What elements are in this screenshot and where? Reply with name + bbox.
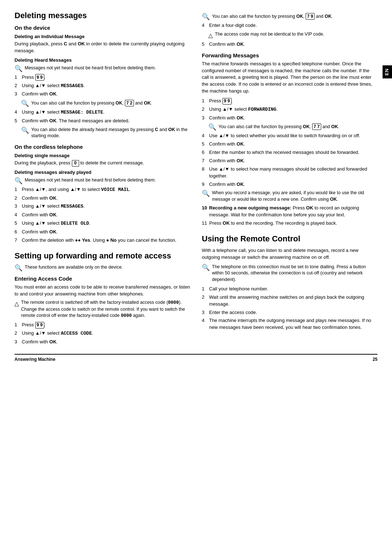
access-code-steps: 1Press 9 9. 2Using ▲/▼ select ACCESS COD… <box>15 322 190 346</box>
key-99-fwd: 9 9 <box>222 98 232 105</box>
step-item: 5Confirm with OK. <box>202 141 377 148</box>
footer-left: Answering Machine <box>15 357 56 362</box>
step-item: 11Press OK to end the recording. The rec… <box>202 220 377 227</box>
step-item: 1Press 9 9. <box>15 74 190 81</box>
step-item: 2Using ▲/▼ select MESSAGES. <box>15 82 190 90</box>
deleting-heard-title: Deleting Heard Messages <box>15 57 190 63</box>
already-note-text: Messages not yet heard must be heard fir… <box>25 177 156 184</box>
forwarding-messages-title: Forwarding Messages <box>202 52 377 58</box>
step-item: 3Confirm with OK. <box>15 339 190 346</box>
footer: Answering Machine 25 <box>15 354 377 362</box>
en-tab: EN <box>383 65 392 78</box>
footer-right: 25 <box>373 357 377 362</box>
forwarding-body: The machine forwards messages to a speci… <box>202 61 377 95</box>
step-item: 2Using ▲/▼ select ACCESS CODE. <box>15 330 190 337</box>
note-77-box: 🔍 You can also call the function by pres… <box>208 123 377 130</box>
step-item: 6Confirm with OK. <box>15 229 190 236</box>
key-72: 7 2 <box>125 100 134 106</box>
step-item: 1Press 9 9. <box>15 322 190 328</box>
access-code-steps-cont: 4Enter a four-digit code. <box>202 22 377 29</box>
step-item: 6Enter the number to which the received … <box>202 149 377 156</box>
warn-vip-box: △ The access code may not be identical t… <box>208 31 377 39</box>
deleting-messages-title: Deleting messages <box>15 11 190 20</box>
already-steps-list: 1Press ▲/▼, and using ▲/▼ to select VOIC… <box>15 186 190 244</box>
note-record-box: 🔍 When you record a message, you are ask… <box>202 190 377 203</box>
forwarding-available-text: These functions are available only on th… <box>25 264 123 271</box>
note-72-box: 🔍 You can also call the function by pres… <box>21 100 190 107</box>
on-device-title: On the device <box>15 25 190 31</box>
step-item: 4Using ▲/▼ select MESSAGE: DELETE. <box>15 109 190 116</box>
step-item: 2Confirm with OK. <box>15 195 190 202</box>
step-item: 3Using ▲/▼ select MESSAGES. <box>15 203 190 210</box>
warn-icon-vip: △ <box>208 32 213 39</box>
note-icon-72: 🔍 <box>21 100 29 107</box>
step-item: 7Confirm with OK. <box>202 158 377 164</box>
left-column: Deleting messages On the device Deleting… <box>15 11 190 347</box>
right-column: 🔍 You can also call the function by pres… <box>202 11 377 347</box>
step-item: 1Press ▲/▼, and using ▲/▼ to select VOIC… <box>15 186 190 193</box>
deleting-single-body: During the playback, press 0 to delete t… <box>15 160 190 167</box>
page: EN Deleting messages On the device Delet… <box>0 0 392 555</box>
tone-dialling-text: The telephone on this connection must be… <box>212 264 377 283</box>
step-item: 5Confirm with OK. The heard messages are… <box>15 118 190 125</box>
step-item: 3Confirm with OK. <box>202 115 377 122</box>
step-item: 4Use ▲/▼ to select whether you would lik… <box>202 132 377 139</box>
remote-steps: 1Call your telephone number. 2Wait until… <box>202 286 377 331</box>
note-icon-77: 🔍 <box>208 124 216 130</box>
deleting-single-title: Deleting single message <box>15 153 190 158</box>
step-item: 3Enter the access code. <box>202 309 377 316</box>
step-item: 3Confirm with OK. <box>15 91 190 98</box>
heard-steps-list2: 4Using ▲/▼ select MESSAGE: DELETE. 5Conf… <box>15 109 190 125</box>
note-79-text: You can also call the function by pressi… <box>212 13 333 20</box>
note-icon-tone: 🔍 <box>202 264 210 271</box>
forwarding-steps-end: 10Recording a new outgoing message: Pres… <box>202 205 377 227</box>
step-item: 2Wait until the answering machine switch… <box>202 294 377 308</box>
remote-control-title: Using the Remote Control <box>202 234 377 244</box>
note-icon-fwd: 🔍 <box>15 265 23 271</box>
note-icon-already: 🔍 <box>15 177 23 184</box>
warn-box-remote: △ The remote control is switched off wit… <box>15 299 190 319</box>
step-item: 5Using ▲/▼ select DELETE OLD. <box>15 220 190 227</box>
access-code-body: You must enter an access code to be able… <box>15 284 190 298</box>
note-79-box: 🔍 You can also call the function by pres… <box>202 13 377 20</box>
step-item: 1Call your telephone number. <box>202 286 377 293</box>
warn-icon-remote: △ <box>15 300 19 307</box>
note-icon-del: 🔍 <box>21 127 29 134</box>
warn-vip-text: The access code may not be identical to … <box>215 31 324 38</box>
deleting-individual-body: During playback, press C and OK in order… <box>15 41 190 54</box>
key-79: 7 9 <box>306 13 315 20</box>
already-note-box: 🔍 Messages not yet heard must be heard f… <box>15 177 190 184</box>
step-item: 8Use ▲/▼ to select how many messages sho… <box>202 166 377 180</box>
forwarding-steps: 1Press 9 9. 2Using ▲/▼ select FORWARDING… <box>202 98 377 122</box>
key-99: 9 9 <box>35 74 44 81</box>
note-72-text: You can also call the function by pressi… <box>31 100 152 106</box>
forwarding-available-note: 🔍 These functions are available only on … <box>15 264 190 271</box>
note-icon-record: 🔍 <box>202 190 210 197</box>
heard-steps-list: 1Press 9 9. 2Using ▲/▼ select MESSAGES. … <box>15 74 190 98</box>
deleting-individual-title: Deleting an Individual Message <box>15 34 190 39</box>
step-item: 9Confirm with OK. <box>202 181 377 188</box>
step-item: 4Enter a four-digit code. <box>202 22 377 29</box>
step-item: 4The machine interrupts the outgoing mes… <box>202 317 377 331</box>
step-item: 7Confirm the deletion with ●● Yes. Using… <box>15 237 190 244</box>
remote-intro: With a telephone call, you can listen to… <box>202 247 377 261</box>
tone-dialling-note: 🔍 The telephone on this connection must … <box>202 264 377 283</box>
key-99-ac: 9 9 <box>35 322 44 328</box>
on-cordless-title: On the cordless telephone <box>15 144 190 150</box>
note-77-text: You can also call the function by pressi… <box>219 123 339 130</box>
note-del-box: 🔍 You can also delete the already heard … <box>21 127 190 139</box>
note-del-text: You can also delete the already heard me… <box>31 127 190 139</box>
step-item: 1Press 9 9. <box>202 98 377 105</box>
step-item: 10Recording a new outgoing message: Pres… <box>202 205 377 219</box>
heard-note-box: 🔍 Messages not yet heard must be heard f… <box>15 65 190 72</box>
key-0: 0 <box>72 160 79 167</box>
step-item: 2Using ▲/▼ select FORWARDING. <box>202 106 377 113</box>
step-item: 4Confirm with OK. <box>15 212 190 219</box>
forwarding-steps-cont: 4Use ▲/▼ to select whether you would lik… <box>202 132 377 188</box>
deleting-already-title: Deleting messages already played <box>15 170 190 175</box>
access-code-step5: 5Confirm with OK. <box>202 41 377 48</box>
key-77: 7 7 <box>312 123 321 130</box>
note-icon-79: 🔍 <box>202 13 210 20</box>
note-record-text: When you record a message, you are asked… <box>212 190 377 203</box>
warn-remote-text: The remote control is switched off with … <box>21 299 190 319</box>
